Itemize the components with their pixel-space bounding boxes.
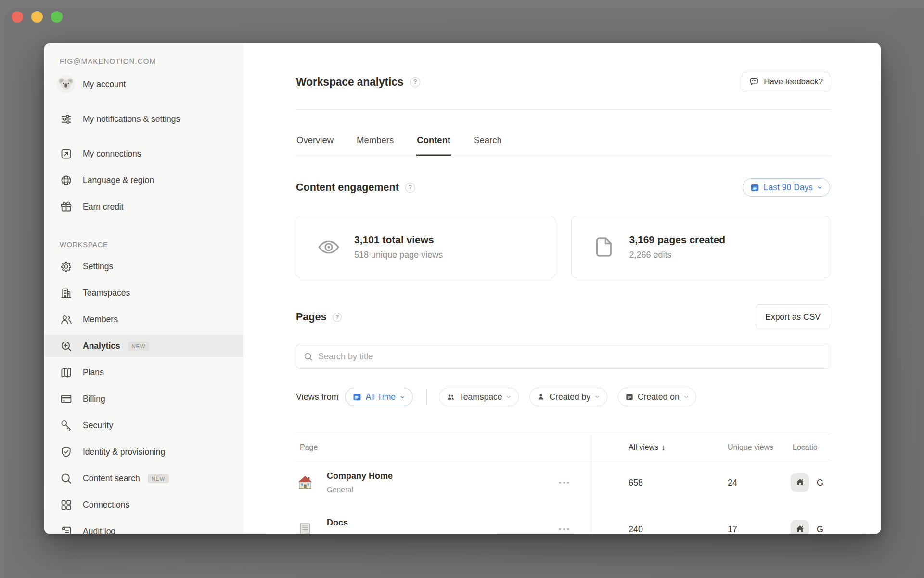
sidebar-item-my-connections[interactable]: My connections: [44, 143, 243, 165]
unique-views-sub: 518 unique page views: [354, 250, 443, 260]
filter-separator: [426, 389, 427, 405]
pages-table: Page All views ↓ Unique views Locatio: [296, 435, 830, 534]
tab-members[interactable]: Members: [356, 124, 394, 156]
created-by-filter[interactable]: Created by: [529, 388, 607, 406]
have-feedback-button[interactable]: Have feedback?: [742, 72, 830, 92]
sidebar-item-label: Audit log: [83, 525, 116, 534]
new-badge: NEW: [148, 474, 169, 483]
created-by-filter-label: Created by: [549, 392, 590, 402]
column-header-unique-views[interactable]: Unique views: [728, 435, 773, 460]
new-badge: NEW: [128, 342, 149, 351]
total-views-card: 3,101 total views 518 unique page views: [296, 216, 555, 278]
analytics-main-panel: Workspace analytics ? Have feedback? Ove…: [243, 43, 881, 534]
speech-bubble-icon: [749, 77, 759, 87]
sidebar-item-settings[interactable]: Settings: [44, 255, 243, 277]
sidebar-item-connections[interactable]: Connections: [44, 494, 243, 516]
workspace-section-heading: WORKSPACE: [57, 239, 238, 250]
key-icon: [57, 419, 75, 432]
sidebar-item-my-account[interactable]: My account: [44, 73, 243, 95]
sidebar-item-label: Content search: [83, 473, 140, 485]
sidebar-item-label: Analytics: [83, 340, 120, 352]
account-email-heading: FIG@MAKENOTION.COM: [57, 56, 238, 66]
views-from-dropdown[interactable]: All Time: [345, 388, 413, 406]
chevron-down-icon: [506, 394, 512, 400]
page-teamspace-cell: General: [327, 486, 393, 494]
date-range-dropdown[interactable]: Last 90 Days: [743, 178, 830, 197]
tab-overview[interactable]: Overview: [296, 124, 334, 156]
sidebar-item-label: Plans: [83, 367, 104, 379]
unique-views-cell: 17: [728, 524, 737, 534]
tab-search[interactable]: Search: [473, 124, 502, 156]
sidebar-item-label: Language & region: [83, 174, 154, 186]
pages-created-card: 3,169 pages created 2,266 edits: [571, 216, 831, 278]
sidebar-item-billing[interactable]: Billing: [44, 388, 243, 410]
all-views-cell: 658: [629, 477, 643, 487]
sidebar-item-earn-credit[interactable]: Earn credit: [44, 196, 243, 218]
sidebar-item-members[interactable]: Members: [44, 308, 243, 330]
pages-section-header: Pages ? Export as CSV: [296, 303, 830, 330]
magnifier-plus-icon: [57, 340, 75, 353]
map-icon: [57, 366, 75, 379]
notion-settings-window: FIG@MAKENOTION.COM My account My notific…: [44, 43, 881, 534]
close-window-button[interactable]: [12, 11, 23, 23]
page-title-cell: Docs: [327, 518, 353, 528]
pages-created-value: 3,169 pages created: [629, 234, 726, 246]
help-icon[interactable]: ?: [405, 183, 415, 193]
sidebar-item-security[interactable]: Security: [44, 414, 243, 436]
pages-title: Pages: [296, 311, 326, 323]
sidebar-item-label: Identity & provisioning: [83, 446, 165, 458]
help-icon[interactable]: ?: [333, 313, 342, 322]
gear-icon: [57, 260, 75, 273]
engagement-stat-cards: 3,101 total views 518 unique page views …: [296, 216, 830, 278]
column-header-page[interactable]: Page: [300, 435, 318, 460]
teamspace-filter[interactable]: Teamspace: [439, 388, 519, 406]
content-engagement-title: Content engagement: [296, 182, 399, 194]
table-row[interactable]: Docs General 240 17 G: [296, 506, 830, 534]
people-icon: [446, 393, 455, 402]
calendar-icon: [625, 393, 634, 401]
table-header-row: Page All views ↓ Unique views Locatio: [296, 435, 830, 459]
sidebar-item-analytics[interactable]: Analytics NEW: [44, 335, 243, 357]
people-icon: [57, 313, 75, 326]
sidebar-item-language-region[interactable]: Language & region: [44, 169, 243, 191]
chevron-down-icon: [399, 394, 406, 400]
unique-views-cell: 24: [728, 477, 737, 487]
sidebar-item-audit-log[interactable]: Audit log: [44, 520, 243, 534]
tab-content[interactable]: Content: [416, 124, 451, 156]
table-row[interactable]: Company Home General 658 24 G: [296, 459, 830, 506]
sidebar-item-plans[interactable]: Plans: [44, 361, 243, 383]
sidebar-item-label: Teamspaces: [83, 287, 130, 299]
user-avatar: [57, 75, 75, 93]
page-search: [296, 344, 830, 369]
search-icon: [57, 472, 75, 485]
scroll-icon: [57, 525, 75, 534]
sidebar-item-content-search[interactable]: Content search NEW: [44, 467, 243, 489]
created-on-filter[interactable]: Created on: [618, 388, 696, 406]
window-controls: [12, 11, 63, 23]
sidebar-item-label: Earn credit: [83, 201, 124, 213]
sidebar-item-identity-provisioning[interactable]: Identity & provisioning: [44, 441, 243, 463]
export-csv-button[interactable]: Export as CSV: [756, 304, 830, 329]
row-more-actions-button[interactable]: [556, 478, 572, 486]
minimize-window-button[interactable]: [31, 11, 43, 23]
column-header-all-views[interactable]: All views ↓: [629, 435, 665, 460]
sidebar-item-label: Connections: [83, 499, 129, 511]
sort-descending-icon: ↓: [661, 443, 665, 452]
home-location-icon: [791, 520, 809, 534]
zoom-window-button[interactable]: [51, 11, 63, 23]
shield-check-icon: [57, 446, 75, 459]
edits-sub: 2,266 edits: [629, 250, 726, 260]
gift-icon: [57, 200, 75, 213]
row-more-actions-button[interactable]: [556, 525, 572, 533]
help-icon[interactable]: ?: [410, 77, 420, 87]
arrow-up-right-box-icon: [57, 147, 75, 160]
sidebar-item-notifications-settings[interactable]: My notifications & settings: [44, 100, 243, 138]
total-views-value: 3,101 total views: [354, 234, 443, 246]
page-filters: Views from All Time Teamspace Cre: [296, 387, 830, 407]
search-by-title-input[interactable]: [318, 352, 823, 362]
sidebar-item-teamspaces[interactable]: Teamspaces: [44, 282, 243, 304]
settings-sidebar: FIG@MAKENOTION.COM My account My notific…: [44, 43, 243, 534]
sidebar-item-label: My connections: [83, 148, 141, 160]
sidebar-item-label: Settings: [83, 261, 113, 273]
column-header-location[interactable]: Locatio: [793, 435, 830, 460]
